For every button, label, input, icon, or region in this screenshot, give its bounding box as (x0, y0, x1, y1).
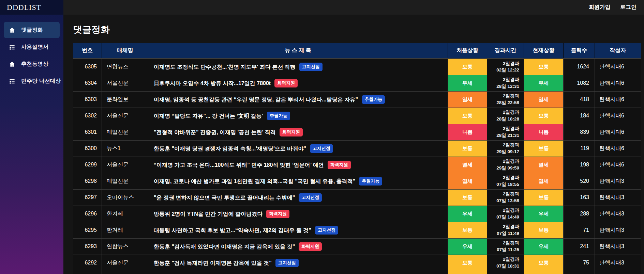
news-title-link[interactable]: 한동훈 "검사 독재라면 이재명은 감옥에 있을 것" (154, 260, 272, 266)
sidebar-item-label: 추천동영상 (21, 61, 48, 68)
news-title-link[interactable]: 이재명, 임종석 등 공천갈등 관련 “우린 명문 정당, 같은 뿌리서 나왔다… (154, 97, 358, 102)
current-status-cell: 보통 (524, 271, 564, 274)
start-status-cell: 보통 (448, 222, 487, 238)
sidebar-item-recommended-videos[interactable]: 추천동영상 (4, 56, 60, 72)
news-title-cell: 이재명 “탈당도 자유”... 강 건너는 ‘文明 갈등’추월가능 (148, 108, 448, 124)
news-title-link[interactable]: "윤 정권 변하지 않으면 국민 투쟁으로 끌어내리는 수밖에" (154, 195, 295, 200)
header-elapsed-time: 경과시간 (487, 43, 524, 59)
elapsed-line2: 02일 12:22 (487, 67, 519, 74)
news-badge: 화력지원 (266, 210, 289, 218)
news-badge: 화력지원 (280, 128, 303, 136)
row-number-cell: 6293 (73, 238, 102, 255)
news-title-cell: 한동훈 "검사독재 있었다면 이재명은 지금 감옥에 있을 것"화력지원 (148, 238, 448, 255)
media-name-cell: 매일신문 (102, 173, 148, 189)
signup-link[interactable]: 회원가입 (589, 4, 611, 11)
author-cell: 탄핵시대3 (595, 222, 641, 238)
clicks-cell: 241 (564, 238, 595, 255)
start-status-cell: 우세 (448, 238, 487, 255)
clicks-cell: 184 (564, 108, 595, 124)
news-title-link[interactable]: 한동훈 "이재명 당권 경쟁자 임종석 숙청...'재명당'으로 바꿔야" (154, 146, 306, 151)
sidebar-item-manual[interactable]: 사용설명서 (4, 39, 60, 55)
table-row: 6304서울신문日후쿠시마 오염수 4차 방류 시작...17일간 7800t화… (73, 75, 641, 91)
elapsed-time-cell: 2일경과 (487, 271, 524, 274)
news-title-link[interactable]: 日후쿠시마 오염수 4차 방류 시작...17일간 7800t (154, 80, 271, 86)
news-title-link[interactable]: 이재명, 코로나 예산 법카로 과일 1천만원 결제 의혹...국힘 "국민 혈… (154, 178, 355, 184)
current-status-cell: 보통 (524, 222, 564, 238)
elapsed-time-cell: 2일경과29일 09:59 (487, 157, 524, 173)
author-cell: 탄핵시대6 (595, 157, 641, 173)
clicks-cell: 1624 (564, 59, 595, 75)
author-cell: 탄핵시대6 (595, 75, 641, 91)
news-badge: 고지선점 (310, 144, 333, 153)
start-status-cell: 보통 (448, 271, 487, 274)
current-status-cell: 열세 (524, 173, 564, 189)
news-title-link[interactable]: 이재명 “탈당도 자유”... 강 건너는 ‘文明 갈등’ (154, 113, 263, 119)
elapsed-line2: 07일 11:25 (487, 246, 519, 253)
elapsed-time-cell: 2일경과07일 13:58 (487, 189, 524, 206)
elapsed-line2: 28일 18:28 (487, 116, 519, 123)
table-row: 6299서울신문“이재명 가고 조국 온다...100석도 위태” 민주 180… (73, 157, 641, 173)
login-link[interactable]: 로그인 (620, 4, 636, 11)
author-cell: 탄핵시대3 (595, 255, 641, 271)
media-name-cell: 서울신문 (102, 108, 148, 124)
news-title-cell: 한동훈 "이재명 당권 경쟁자 임종석 숙청...'재명당'으로 바꿔야"고지선… (148, 140, 448, 157)
header-clicks: 클릭수 (564, 43, 595, 59)
news-badge: 고지선점 (315, 226, 338, 235)
sidebar-nav: 댓글정화 사용설명서 추천동영상 민주당 낙선대상 (0, 15, 63, 89)
header-news-title: 뉴 스 제 목 (148, 43, 448, 59)
current-status-cell: 보통 (524, 140, 564, 157)
start-status-cell: 보통 (448, 189, 487, 206)
start-status-cell: 열세 (448, 173, 487, 189)
news-title-link[interactable]: 한동훈 "검사독재 있었다면 이재명은 지금 감옥에 있을 것" (154, 244, 295, 249)
elapsed-line1: 2일경과 (487, 60, 519, 67)
table-row: 6297오마이뉴스"윤 정권 변하지 않으면 국민 투쟁으로 끌어내리는 수밖에… (73, 189, 641, 206)
start-status-cell: 보통 (448, 108, 487, 124)
author-cell: 탄핵시대6 (595, 124, 641, 140)
elapsed-line2: 29일 09:17 (487, 148, 519, 155)
media-name-cell: 오마이뉴스 (102, 189, 148, 206)
news-title-cell: “이재명 가고 조국 온다...100석도 위태” 민주 180석 맞힌 ‘엄문… (148, 157, 448, 173)
news-title-link[interactable]: 대통령 사면하고 국회 후보 받고...“약속사면, 제2의 김태우 될 것” (154, 227, 311, 233)
news-title-cell (148, 271, 448, 274)
start-status-cell: 나쁨 (448, 124, 487, 140)
news-title-link[interactable]: “이재명 가고 조국 온다...100석도 위태” 민주 180석 맞힌 ‘엄문… (154, 162, 324, 168)
elapsed-time-cell: 2일경과28일 21:31 (487, 124, 524, 140)
home-icon (9, 61, 15, 67)
table-row: 6302서울신문이재명 “탈당도 자유”... 강 건너는 ‘文明 갈등’추월가… (73, 108, 641, 124)
current-status-cell: 보통 (524, 255, 564, 271)
news-badge: 추월가능 (267, 112, 290, 120)
brand-logo[interactable]: DDDLIST (0, 0, 63, 15)
current-status-cell: 보통 (524, 59, 564, 75)
row-number-cell: 6295 (73, 222, 102, 238)
media-name-cell: 뉴스1 (102, 140, 148, 157)
news-title-link[interactable]: 방통위 2명이 YTN을 민간 기업에 팔아넘겼다 (154, 211, 263, 217)
elapsed-line2: 07일 14:49 (487, 214, 519, 221)
list-icon (9, 44, 15, 50)
clicks-cell: 839 (564, 124, 595, 140)
news-title-cell: "전형적 야바위꾼" 진중권, 이재명 '공천 논란' 직격화력지원 (148, 124, 448, 140)
clicks-cell: 75 (564, 255, 595, 271)
elapsed-line2: 28일 12:31 (487, 83, 519, 90)
news-title-cell: 대통령 사면하고 국회 후보 받고...“약속사면, 제2의 김태우 될 것”고… (148, 222, 448, 238)
elapsed-line1: 2일경과 (487, 223, 519, 230)
table-row: 6300뉴스1한동훈 "이재명 당권 경쟁자 임종석 숙청...'재명당'으로 … (73, 140, 641, 157)
elapsed-line2: 07일 18:55 (487, 181, 519, 188)
clicks-cell: 520 (564, 173, 595, 189)
elapsed-line2: 28일 22:58 (487, 99, 519, 106)
current-status-cell: 우세 (524, 206, 564, 222)
table-row: 6301매일신문"전형적 야바위꾼" 진중권, 이재명 '공천 논란' 직격화력… (73, 124, 641, 140)
news-badge: 화력지원 (299, 242, 322, 251)
news-title-link[interactable]: 이재명도 조정식도 단수공천...'친명 지도부' 죄다 본선 직행 (154, 64, 296, 70)
news-title-link[interactable]: "전형적 야바위꾼" 진중권, 이재명 '공천 논란' 직격 (154, 129, 276, 135)
list-icon (9, 78, 15, 84)
media-name-cell: 문화일보 (102, 91, 148, 108)
start-status-cell: 열세 (448, 91, 487, 108)
sidebar-item-comment-purify[interactable]: 댓글정화 (4, 22, 60, 38)
table-row: 6298매일신문이재명, 코로나 예산 법카로 과일 1천만원 결제 의혹...… (73, 173, 641, 189)
elapsed-line1: 2일경과 (487, 256, 519, 263)
media-name-cell: 연합뉴스 (102, 59, 148, 75)
author-cell: 탄핵시대3 (595, 173, 641, 189)
sidebar-item-defeat-targets[interactable]: 민주당 낙선대상 (4, 73, 60, 89)
media-name-cell: 한겨레 (102, 222, 148, 238)
row-number-cell: 6300 (73, 140, 102, 157)
